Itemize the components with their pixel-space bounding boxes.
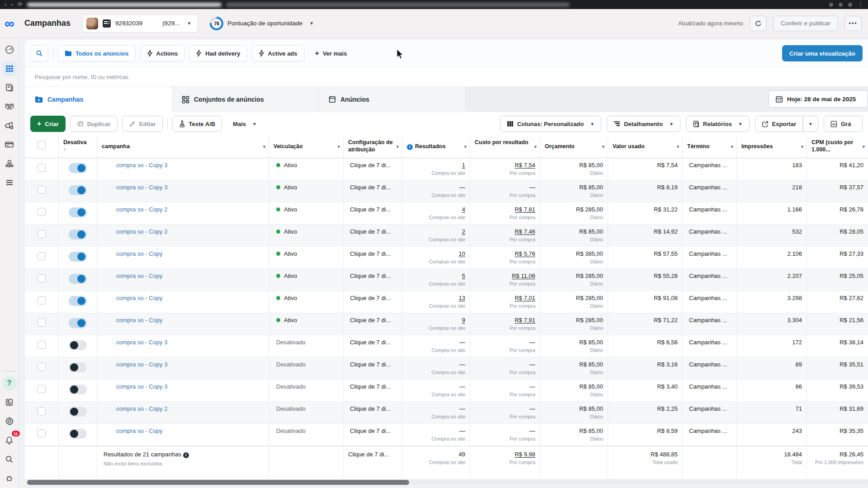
cost-value[interactable]: R$ 7,01	[475, 295, 535, 301]
tab-campanhas[interactable]: Campanhas	[25, 87, 172, 112]
select-all-checkbox[interactable]	[38, 141, 46, 149]
editar-button[interactable]: Editar	[122, 116, 163, 132]
row-checkbox[interactable]	[38, 164, 46, 172]
chevron-down-icon[interactable]: ▼	[862, 145, 866, 150]
relatorios-button[interactable]: Relatórios ▼	[686, 116, 749, 132]
opportunity-score-dropdown[interactable]: 76 Pontuação de oportunidade ▼	[210, 17, 314, 30]
chevron-down-icon[interactable]: ▼	[337, 145, 341, 150]
teste-ab-button[interactable]: Teste A/B	[172, 116, 222, 132]
sidebar-item-help[interactable]: ?	[2, 376, 17, 390]
results-value[interactable]: 5	[407, 272, 465, 279]
sidebar-item-billing[interactable]	[2, 137, 17, 152]
header-cpm[interactable]: CPM (custo por 1.000... ▼	[807, 136, 868, 158]
header-desativa[interactable]: Desativa ↑	[59, 136, 97, 158]
mais-button[interactable]: Mais ▼	[226, 116, 263, 132]
info-icon[interactable]: i	[407, 144, 413, 150]
header-valor-usado[interactable]: Valor usado ▼	[608, 136, 683, 158]
campaign-name-link[interactable]: compra so - Copy	[102, 295, 163, 301]
campaign-toggle[interactable]	[69, 185, 87, 195]
cost-value[interactable]: —	[475, 339, 535, 346]
sidebar-item-all-tools[interactable]	[2, 175, 17, 190]
sidebar-item-report-bug[interactable]	[2, 471, 17, 485]
row-checkbox[interactable]	[38, 252, 46, 260]
row-checkbox[interactable]	[38, 230, 46, 238]
date-range-button[interactable]: Hoje: 28 de mai de 2025	[769, 90, 868, 108]
browser-extension-icon[interactable]	[829, 3, 833, 7]
tab-anuncios[interactable]: Anúncios	[319, 87, 466, 112]
more-options-button[interactable]: •••	[844, 16, 862, 31]
chevron-down-icon[interactable]: ▼	[463, 145, 467, 150]
cost-value[interactable]: R$ 7,54	[475, 162, 535, 169]
campaign-name-link[interactable]: compra so - Copy 2	[102, 228, 167, 235]
sidebar-item-notifications[interactable]: 11	[2, 433, 17, 447]
filter-chip-actions[interactable]: Actions	[140, 45, 185, 61]
campaign-name-link[interactable]: compra so - Copy	[102, 272, 163, 279]
results-value[interactable]: —	[407, 427, 465, 434]
campaign-toggle[interactable]	[69, 252, 87, 262]
graficos-button[interactable]: Grá	[824, 116, 863, 132]
sidebar-item-settings[interactable]	[2, 414, 17, 428]
chevron-down-icon[interactable]: ▼	[396, 145, 400, 150]
row-checkbox[interactable]	[38, 274, 46, 282]
cost-value[interactable]: —	[475, 184, 535, 191]
sidebar-item-updates[interactable]	[2, 395, 17, 409]
campaign-toggle[interactable]	[69, 362, 87, 372]
campaign-toggle[interactable]	[69, 407, 87, 417]
results-value[interactable]: 10	[407, 250, 465, 257]
sidebar-item-pages[interactable]	[2, 80, 17, 95]
search-filter-button[interactable]	[30, 45, 48, 61]
cost-value[interactable]: R$ 11,06	[475, 272, 535, 279]
results-value[interactable]: 9	[407, 317, 465, 324]
campaign-toggle[interactable]	[69, 274, 87, 284]
chevron-down-icon[interactable]: ▼	[262, 145, 266, 150]
header-custo-por-resultado[interactable]: Custo por resultado ▼	[470, 136, 540, 158]
results-value[interactable]: —	[407, 383, 465, 390]
header-orcamento[interactable]: Orçamento ▼	[540, 136, 608, 158]
campaign-name-link[interactable]: compra so - Copy 3	[102, 383, 167, 390]
row-checkbox[interactable]	[38, 186, 46, 194]
header-impressoes[interactable]: Impressões ▼	[737, 136, 807, 158]
search-input[interactable]	[35, 74, 442, 80]
cost-value[interactable]: R$ 7,46	[475, 228, 535, 235]
cost-value[interactable]: —	[475, 427, 535, 434]
browser-back-icon[interactable]: ‹	[5, 0, 6, 9]
campaign-name-link[interactable]: compra so - Copy 3	[102, 184, 167, 191]
campaign-toggle[interactable]	[69, 385, 87, 394]
browser-extension-icon[interactable]	[839, 3, 843, 7]
campaign-name-link[interactable]: compra so - Copy	[102, 317, 163, 324]
chevron-down-icon[interactable]: ▼	[676, 145, 680, 150]
filter-chip-todos-os-anuncios[interactable]: Todos os anúncios	[58, 45, 136, 61]
row-checkbox[interactable]	[38, 208, 46, 216]
create-view-button[interactable]: Criar uma visualização	[782, 45, 863, 61]
chevron-down-icon[interactable]: ▼	[730, 145, 734, 150]
campaign-toggle[interactable]	[69, 429, 87, 439]
row-checkbox[interactable]	[38, 407, 46, 415]
cost-value[interactable]: —	[475, 383, 535, 390]
results-value[interactable]: 2	[407, 228, 465, 235]
campaign-name-link[interactable]: compra so - Copy 3	[102, 162, 167, 169]
header-veiculacao[interactable]: Veiculação ▼	[269, 136, 344, 158]
campaign-name-link[interactable]: compra so - Copy	[102, 427, 163, 434]
chevron-down-icon[interactable]: ▼	[533, 145, 538, 150]
scrollbar-thumb[interactable]	[27, 480, 409, 485]
campaign-name-link[interactable]: compra so - Copy 3	[102, 339, 167, 346]
cost-value[interactable]: R$ 7,91	[475, 317, 535, 324]
account-selector[interactable]: 92932039 (929... ▼	[82, 14, 198, 33]
sidebar-item-ads[interactable]	[2, 118, 17, 133]
results-value[interactable]: 4	[407, 206, 465, 213]
row-checkbox[interactable]	[38, 319, 46, 327]
sidebar-item-campaigns[interactable]	[2, 61, 17, 76]
ver-mais-button[interactable]: + Ver mais	[309, 45, 354, 61]
meta-logo-icon[interactable]: ∞	[0, 10, 19, 37]
campaign-toggle[interactable]	[69, 340, 87, 350]
row-checkbox[interactable]	[38, 429, 46, 437]
review-publish-button[interactable]: Conferir e publicar	[773, 16, 838, 31]
results-value[interactable]: —	[407, 361, 465, 368]
campaign-toggle[interactable]	[69, 207, 87, 217]
cost-value[interactable]: —	[475, 361, 535, 368]
colunas-button[interactable]: Colunas: Personalizado ▼	[500, 116, 601, 132]
row-checkbox[interactable]	[38, 341, 46, 349]
browser-profile-icon[interactable]	[848, 3, 852, 7]
exportar-dropdown-button[interactable]: ▼	[803, 116, 818, 132]
campaign-toggle[interactable]	[69, 318, 87, 328]
